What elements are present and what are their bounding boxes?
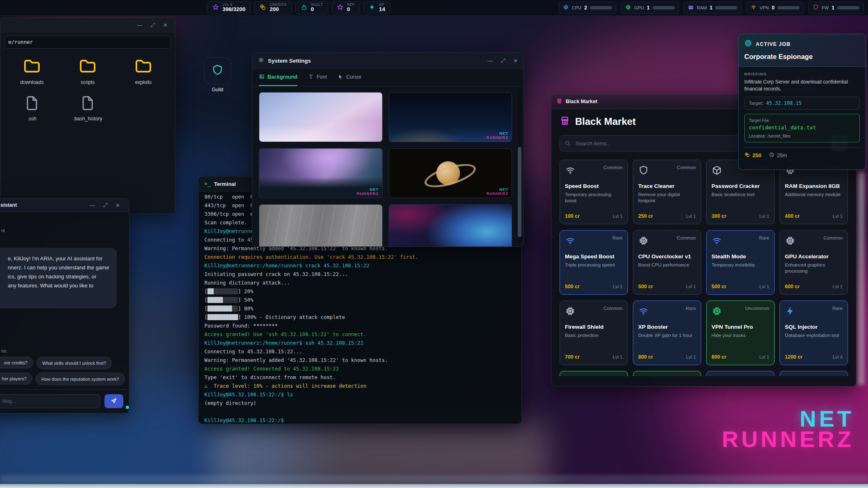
- item-rarity: Common: [603, 306, 623, 311]
- gauge-vpn: VPN0: [746, 2, 804, 14]
- tab-cursor[interactable]: Cursor: [338, 69, 362, 86]
- item-rarity: Rare: [612, 235, 623, 240]
- file-.bash_history[interactable]: .bash_history: [61, 94, 114, 122]
- market-item-firewall-shield[interactable]: CommonFirewall ShieldBasic protection700…: [560, 300, 628, 365]
- market-item-mega-speed-boost[interactable]: RareMega Speed BoostTriple processing sp…: [560, 230, 628, 295]
- cpu-icon: [785, 235, 795, 248]
- item-price: 250 cr: [638, 213, 653, 219]
- file-.ssh[interactable]: .ssh: [5, 94, 59, 122]
- cpu-icon: [563, 4, 569, 12]
- suggestion-chip[interactable]: her players?: [0, 373, 32, 384]
- suggestion-chip[interactable]: What skills should I unlock first?: [36, 357, 112, 369]
- wallpaper-sky[interactable]: [259, 92, 383, 142]
- settings-tabs: BackgroundFontCursor: [252, 69, 524, 86]
- item-price: 800 cr: [712, 354, 726, 360]
- file-manager-titlebar[interactable]: —⤢✕: [0, 18, 175, 32]
- job-header-label: ACTIVE JOB: [756, 41, 791, 47]
- settings-content: NETRUNNERZNETRUNNERZNETRUNNERZNET: [252, 86, 524, 246]
- market-item-stealth-mode[interactable]: RareStealth ModeTemporary invisibility50…: [706, 230, 775, 295]
- terminal-line: KillJoy@netrunnerz:/home/runner$ ssh 45.…: [204, 339, 516, 347]
- path-bar[interactable]: e/runner: [5, 36, 171, 49]
- minimize-button[interactable]: —: [487, 58, 493, 64]
- item-level: Lvl 1: [613, 284, 623, 289]
- market-item-sql-injector[interactable]: RareSQL InjectorDatabase exploitation to…: [780, 300, 848, 365]
- paper-plane-icon: [111, 398, 117, 405]
- market-item-trace-cleaner[interactable]: CommonTrace CleanerRemove your digital f…: [633, 160, 701, 224]
- maximize-button[interactable]: ⤢: [103, 202, 107, 208]
- market-item-xp-booster[interactable]: RareXP BoosterDouble XP gain for 1 hour8…: [633, 300, 701, 365]
- item-price: 400 cr: [785, 213, 800, 219]
- market-item-cpu-overclocker-v1[interactable]: CommonCPU Overclocker v1Boost CPU perfor…: [633, 230, 701, 295]
- market-item-gpu-accelerator[interactable]: CommonGPU AcceleratorEnhanced graphics p…: [780, 230, 848, 295]
- market-titlebar-title: Black Market: [566, 99, 597, 104]
- suggestion-chip[interactable]: How does the reputation system work?: [36, 373, 125, 385]
- terminal-line: KillJoy@netrunnerz:/home/runner$ crack 4…: [204, 261, 516, 270]
- wallpaper-milkyway[interactable]: NETRUNNERZ: [259, 148, 383, 198]
- item-price: 100 cr: [565, 213, 580, 219]
- market-item-partial[interactable]: [780, 371, 848, 376]
- folder-scripts[interactable]: scripts: [61, 56, 114, 85]
- file-grid: downloadsscriptsexploits.ssh.bash_histor…: [0, 50, 175, 127]
- stat-vault: VAULT0: [295, 1, 328, 14]
- folder-icon: [134, 56, 153, 77]
- market-item-partial[interactable]: [633, 371, 701, 376]
- shop-icon: [556, 98, 562, 106]
- clock-icon: [769, 152, 775, 159]
- assistant-message-line: e, KillJoy! I'm ARIA, your AI assistant …: [8, 254, 110, 263]
- file-icon: [79, 94, 97, 114]
- item-rarity: Rare: [832, 306, 843, 311]
- assistant-titlebar[interactable]: sistant —⤢✕: [0, 199, 129, 212]
- guild-tile[interactable]: [204, 57, 231, 84]
- bolt-icon: [369, 4, 376, 12]
- item-name: RAM Expansion 8GB: [785, 183, 843, 189]
- close-button[interactable]: ✕: [513, 58, 518, 64]
- minimize-button[interactable]: —: [90, 202, 95, 208]
- type-icon: [308, 74, 314, 81]
- stat-credits: CREDITS200: [254, 1, 292, 14]
- market-item-partial[interactable]: [560, 371, 628, 376]
- target-box: Target: 45.32.108.15: [744, 97, 860, 110]
- terminal-line: Type 'exit' to disconnect from remote ho…: [204, 373, 516, 382]
- wallpaper-saturn[interactable]: NETRUNNERZ: [389, 148, 512, 198]
- market-item-speed-boost[interactable]: CommonSpeed BoostTemporary processing bo…: [560, 160, 628, 224]
- stat-rep: REP0: [331, 1, 360, 14]
- file-manager-window: —⤢✕ e/runner downloadsscriptsexploits.ss…: [0, 18, 175, 214]
- market-item-vpn-tunnel-pro[interactable]: UncommonVPN Tunnel ProHide your tracks80…: [706, 300, 775, 365]
- tab-font[interactable]: Font: [308, 69, 327, 86]
- hardware-gauges: CPU2GPU1RAM1VPN0FW1: [558, 2, 864, 14]
- game-logo: NET RUNNERZ: [722, 409, 854, 450]
- wallpaper-streaks[interactable]: NET: [259, 204, 383, 246]
- close-button[interactable]: ✕: [116, 202, 120, 208]
- window-controls: —⤢✕: [137, 22, 168, 28]
- chip-row: her players?How does the reputation syst…: [0, 373, 127, 385]
- item-name: Mega Speed Boost: [565, 253, 623, 260]
- chat-input[interactable]: [0, 394, 100, 408]
- resize-handle[interactable]: [126, 406, 129, 409]
- suggestion-chip[interactable]: ore credits?: [0, 357, 33, 368]
- scrollbar-thumb[interactable]: [518, 147, 521, 237]
- send-button[interactable]: [104, 394, 123, 408]
- item-rarity: Common: [677, 235, 696, 240]
- maximize-button[interactable]: ⤢: [501, 57, 505, 64]
- guild-desktop-icon[interactable]: Guild: [204, 57, 231, 93]
- assistant-title: sistant: [0, 202, 90, 208]
- scrollbar[interactable]: [518, 88, 521, 243]
- maximize-button[interactable]: ⤢: [151, 22, 155, 28]
- wallpaper-nebula[interactable]: [389, 204, 512, 246]
- close-button[interactable]: ✕: [163, 22, 168, 28]
- gauge-bar: [653, 6, 675, 9]
- settings-titlebar[interactable]: System Settings —⤢✕: [252, 53, 524, 69]
- market-items-grid: CommonSpeed BoostTemporary processing bo…: [560, 160, 848, 365]
- gauge-bar: [777, 6, 800, 9]
- item-name: Trace Cleaner: [638, 183, 696, 189]
- assistant-message-line: ics, give tips on hacking strategies, or: [8, 272, 110, 281]
- item-price: 1200 cr: [785, 354, 802, 360]
- minimize-button[interactable]: —: [137, 22, 143, 28]
- folder-exploits[interactable]: exploits: [117, 56, 170, 85]
- folder-downloads[interactable]: downloads: [5, 56, 59, 85]
- tab-background[interactable]: Background: [259, 69, 297, 86]
- market-item-partial[interactable]: [706, 371, 775, 376]
- item-name: GPU Accelerator: [785, 253, 843, 260]
- wallpaper-earth[interactable]: NETRUNNERZ: [389, 92, 512, 142]
- terminal-line: Access granted! Connected to 45.32.108.1…: [204, 364, 516, 373]
